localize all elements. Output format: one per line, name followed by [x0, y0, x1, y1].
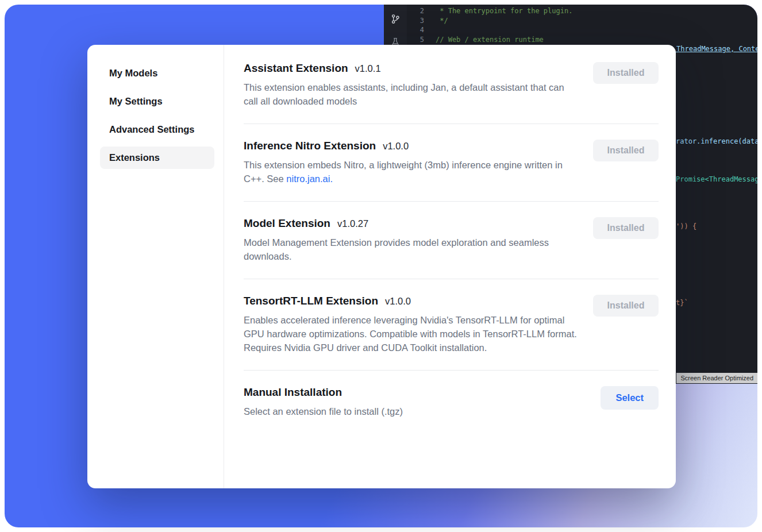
extensions-panel: Assistant Extension v1.0.1 This extensio…: [224, 45, 676, 488]
code-line: 4: [407, 25, 757, 35]
installed-button[interactable]: Installed: [593, 217, 659, 239]
code-fragment: t}`: [676, 299, 688, 307]
code-fragment: Promise<ThreadMessage>: [676, 175, 757, 183]
installed-button[interactable]: Installed: [593, 295, 659, 317]
code-text: // Web / extension runtime: [424, 35, 544, 45]
code-fragment: ')) {: [676, 222, 696, 230]
settings-modal: My Models My Settings Advanced Settings …: [87, 45, 676, 488]
nitro-jan-ai-link[interactable]: nitro.jan.ai.: [286, 174, 333, 184]
select-file-button[interactable]: Select: [601, 386, 659, 410]
code-fragment: rator.inference(data));: [676, 137, 757, 145]
extension-row-inference-nitro: Inference Nitro Extension v1.0.0 This ex…: [244, 140, 659, 186]
manual-installation-title: Manual Installation: [244, 386, 342, 399]
divider: [244, 201, 659, 202]
extension-row-tensorrt-llm: TensortRT-LLM Extension v1.0.0 Enables a…: [244, 295, 659, 354]
settings-sidebar: My Models My Settings Advanced Settings …: [87, 45, 224, 488]
code-text: */: [424, 16, 448, 26]
code-line: 3 */: [407, 16, 757, 26]
extension-description: This extension enables assistants, inclu…: [244, 80, 580, 108]
manual-installation-row: Manual Installation Select an extension …: [244, 386, 659, 418]
installed-button[interactable]: Installed: [593, 62, 659, 84]
divider: [244, 279, 659, 279]
code-line: 5 // Web / extension runtime: [407, 35, 757, 45]
extension-version: v1.0.27: [337, 218, 368, 229]
extension-description: Model Management Extension provides mode…: [244, 236, 580, 263]
divider: [244, 124, 659, 124]
extension-title: Inference Nitro Extension: [244, 140, 376, 152]
code-line: 2 * The entrypoint for the plugin.: [407, 6, 757, 16]
line-number: 2: [407, 6, 424, 16]
extension-row-assistant: Assistant Extension v1.0.1 This extensio…: [244, 62, 659, 108]
extension-title: Assistant Extension: [244, 62, 348, 75]
line-number: 4: [407, 25, 424, 35]
extension-version: v1.0.1: [355, 63, 381, 74]
line-number: 5: [407, 35, 424, 45]
extension-version: v1.0.0: [385, 296, 411, 307]
extension-title: Model Extension: [244, 217, 330, 230]
sidebar-item-my-settings[interactable]: My Settings: [100, 90, 214, 113]
extension-row-model: Model Extension v1.0.27 Model Management…: [244, 217, 659, 263]
extension-description: Enables accelerated inference leveraging…: [244, 313, 580, 354]
extension-title: TensortRT-LLM Extension: [244, 295, 378, 307]
code-text: * The entrypoint for the plugin.: [424, 6, 572, 16]
sidebar-item-advanced-settings[interactable]: Advanced Settings: [100, 118, 214, 141]
extension-version: v1.0.0: [383, 141, 409, 152]
line-number: 3: [407, 16, 424, 26]
manual-installation-description: Select an extension file to install (.tg…: [244, 404, 403, 418]
extension-description: This extension embeds Nitro, a lightweig…: [244, 158, 580, 186]
installed-button[interactable]: Installed: [593, 140, 659, 161]
divider: [244, 370, 659, 371]
sidebar-item-my-models[interactable]: My Models: [100, 62, 214, 84]
sidebar-item-extensions[interactable]: Extensions: [100, 147, 214, 169]
git-branch-icon[interactable]: [390, 14, 401, 26]
screen-reader-optimized-badge[interactable]: Screen Reader Optimized: [676, 373, 757, 383]
code-text: [424, 25, 436, 35]
screen: 2 * The entrypoint for the plugin. 3 */ …: [0, 0, 762, 532]
